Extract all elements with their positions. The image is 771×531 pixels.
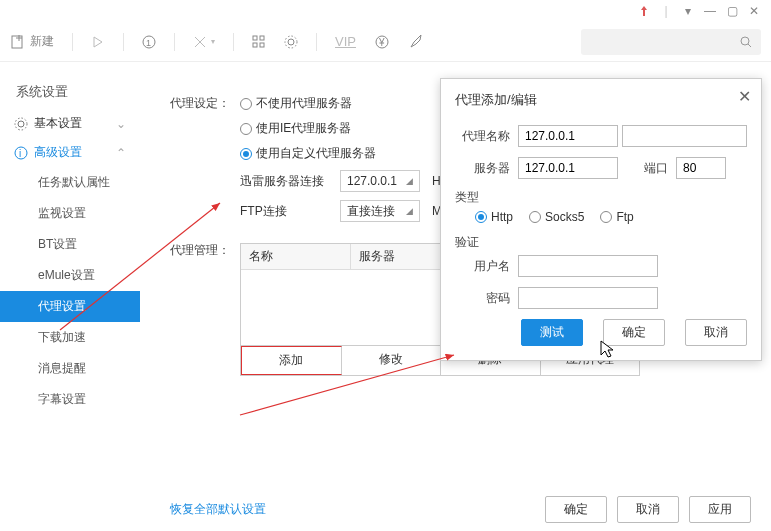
- search-input[interactable]: [581, 29, 761, 55]
- play-icon[interactable]: [91, 35, 105, 49]
- port-input[interactable]: [676, 157, 726, 179]
- sidebar: 系统设置 基本设置 ⌄ i 高级设置 ⌃ 任务默认属性 监视设置 BT设置 eM…: [0, 75, 140, 415]
- xl-conn-select[interactable]: 127.0.0.1◢: [340, 170, 420, 192]
- username-input[interactable]: [518, 255, 658, 277]
- svg-point-15: [741, 37, 749, 45]
- radio-custom-proxy[interactable]: 使用自定义代理服务器: [240, 145, 376, 162]
- search-icon[interactable]: [739, 35, 753, 49]
- test-button[interactable]: 测试: [521, 319, 583, 346]
- radio-ie-proxy[interactable]: 使用IE代理服务器: [240, 120, 351, 137]
- divider: |: [659, 4, 673, 18]
- password-label: 密码: [455, 290, 510, 307]
- priority-icon[interactable]: 1: [142, 35, 156, 49]
- chevron-up-icon: ⌃: [116, 146, 126, 160]
- sidebar-advanced[interactable]: i 高级设置 ⌃: [0, 138, 140, 167]
- new-button[interactable]: 新建: [10, 33, 54, 50]
- dialog-cancel-button[interactable]: 取消: [685, 319, 747, 346]
- ok-button[interactable]: 确定: [545, 496, 607, 523]
- sidebar-item-monitor[interactable]: 监视设置: [0, 198, 140, 229]
- svg-text:¥: ¥: [378, 37, 385, 48]
- gear-icon: [14, 117, 28, 131]
- proxy-name-extra-input[interactable]: [622, 125, 747, 147]
- radio-socks5[interactable]: Socks5: [529, 210, 584, 224]
- minimize-icon[interactable]: —: [703, 4, 717, 18]
- chevron-down-icon: ⌄: [116, 117, 126, 131]
- radio-ftp[interactable]: Ftp: [600, 210, 633, 224]
- server-label: 服务器: [455, 160, 510, 177]
- divider: [72, 33, 73, 51]
- rocket-icon[interactable]: [408, 34, 424, 50]
- dialog-close-icon[interactable]: ✕: [738, 87, 751, 106]
- grid-icon[interactable]: [252, 35, 266, 49]
- proxy-name-input[interactable]: [518, 125, 618, 147]
- svg-line-16: [748, 44, 751, 47]
- sidebar-item-notify[interactable]: 消息提醒: [0, 353, 140, 384]
- close-icon[interactable]: ✕: [747, 4, 761, 18]
- toolbar: 新建 1 ▾ VIP ¥: [0, 22, 771, 62]
- svg-point-11: [288, 39, 294, 45]
- sidebar-title: 系统设置: [0, 75, 140, 109]
- radio-ie-proxy-label: 使用IE代理服务器: [256, 120, 351, 137]
- sidebar-item-emule[interactable]: eMule设置: [0, 260, 140, 291]
- sidebar-item-subtitle[interactable]: 字幕设置: [0, 384, 140, 415]
- port-label: 端口: [628, 160, 668, 177]
- svg-rect-10: [260, 43, 264, 47]
- cancel-button[interactable]: 取消: [617, 496, 679, 523]
- svg-point-17: [18, 121, 24, 127]
- new-label: 新建: [30, 33, 54, 50]
- sidebar-item-bt[interactable]: BT设置: [0, 229, 140, 260]
- svg-text:i: i: [19, 148, 21, 159]
- password-input[interactable]: [518, 287, 658, 309]
- dropdown-icon[interactable]: ▾: [681, 4, 695, 18]
- ftp-conn-label: FTP连接: [240, 203, 340, 220]
- radio-socks5-label: Socks5: [545, 210, 584, 224]
- add-button[interactable]: 添加: [241, 346, 342, 375]
- divider: [233, 33, 234, 51]
- app-menu-icon[interactable]: [637, 4, 651, 18]
- sidebar-item-proxy[interactable]: 代理设置: [0, 291, 140, 322]
- col-name[interactable]: 名称: [241, 244, 351, 269]
- svg-rect-8: [260, 36, 264, 40]
- radio-http-label: Http: [491, 210, 513, 224]
- vip-icon[interactable]: VIP: [335, 34, 356, 49]
- sidebar-basic-label: 基本设置: [34, 115, 82, 132]
- gear-icon[interactable]: [284, 35, 298, 49]
- svg-rect-9: [253, 43, 257, 47]
- proxy-setting-label: 代理设定：: [170, 95, 240, 112]
- radio-custom-proxy-label: 使用自定义代理服务器: [256, 145, 376, 162]
- ftp-conn-value: 直接连接: [347, 203, 395, 220]
- svg-text:1: 1: [146, 38, 151, 48]
- radio-no-proxy[interactable]: 不使用代理服务器: [240, 95, 352, 112]
- chevron-down-icon: ◢: [406, 206, 413, 216]
- proxy-name-label: 代理名称: [455, 128, 510, 145]
- restore-defaults-link[interactable]: 恢复全部默认设置: [170, 501, 266, 518]
- coin-icon[interactable]: ¥: [374, 34, 390, 50]
- divider: [123, 33, 124, 51]
- svg-point-18: [15, 118, 27, 130]
- sidebar-basic[interactable]: 基本设置 ⌄: [0, 109, 140, 138]
- apply-button[interactable]: 应用: [689, 496, 751, 523]
- proxy-manage-label: 代理管理：: [170, 242, 240, 259]
- username-label: 用户名: [455, 258, 510, 275]
- radio-http[interactable]: Http: [475, 210, 513, 224]
- type-section-label: 类型: [455, 189, 747, 206]
- edit-button[interactable]: 修改: [342, 346, 442, 375]
- auth-section-label: 验证: [455, 234, 747, 251]
- xl-conn-value: 127.0.0.1: [347, 174, 397, 188]
- radio-no-proxy-label: 不使用代理服务器: [256, 95, 352, 112]
- radio-ftp-label: Ftp: [616, 210, 633, 224]
- maximize-icon[interactable]: ▢: [725, 4, 739, 18]
- info-icon: i: [14, 146, 28, 160]
- chevron-down-icon: ◢: [406, 176, 413, 186]
- delete-icon[interactable]: ▾: [193, 35, 215, 49]
- divider: [316, 33, 317, 51]
- sidebar-item-task[interactable]: 任务默认属性: [0, 167, 140, 198]
- divider: [174, 33, 175, 51]
- svg-rect-7: [253, 36, 257, 40]
- server-input[interactable]: [518, 157, 618, 179]
- ftp-conn-select[interactable]: 直接连接◢: [340, 200, 420, 222]
- dialog-ok-button[interactable]: 确定: [603, 319, 665, 346]
- sidebar-item-accel[interactable]: 下载加速: [0, 322, 140, 353]
- sidebar-advanced-label: 高级设置: [34, 144, 82, 161]
- xl-conn-label: 迅雷服务器连接: [240, 173, 340, 190]
